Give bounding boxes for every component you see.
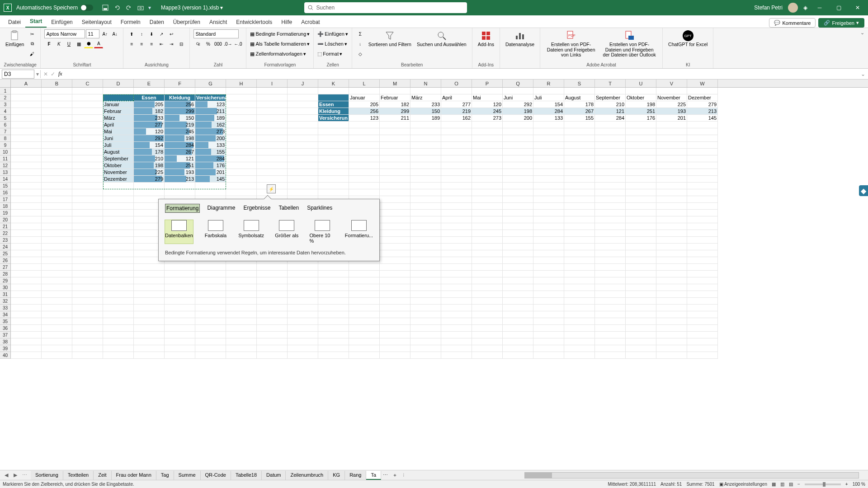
row-header[interactable]: 20	[0, 216, 11, 223]
cell[interactable]	[503, 298, 533, 305]
cell[interactable]	[288, 305, 318, 311]
cell[interactable]	[42, 149, 72, 155]
cell[interactable]	[687, 203, 718, 210]
cell[interactable]	[441, 237, 472, 244]
cell[interactable]	[380, 284, 410, 291]
cell[interactable]	[134, 352, 165, 359]
cell[interactable]	[318, 318, 349, 325]
cell[interactable]	[380, 230, 410, 237]
cell[interactable]	[349, 291, 380, 298]
cell[interactable]	[11, 101, 42, 108]
cell[interactable]: Juni	[103, 135, 134, 142]
row-header[interactable]: 25	[0, 250, 11, 257]
cell[interactable]	[226, 101, 257, 108]
cell[interactable]	[165, 338, 195, 345]
tab-acrobat[interactable]: Acrobat	[297, 17, 324, 28]
cell[interactable]	[533, 128, 564, 135]
cell[interactable]	[380, 210, 410, 216]
cell[interactable]	[226, 332, 257, 338]
diamond-icon[interactable]: ◈	[803, 5, 807, 11]
cell[interactable]	[288, 122, 318, 128]
row-header[interactable]: 37	[0, 332, 11, 338]
cell[interactable]	[288, 332, 318, 338]
qa-tab-ergebnisse[interactable]: Ergebnisse	[242, 204, 271, 213]
cell[interactable]	[533, 237, 564, 244]
cell[interactable]	[472, 155, 503, 162]
cell[interactable]	[503, 135, 533, 142]
cell[interactable]	[687, 149, 718, 155]
qa-opt-farbskala[interactable]: Farbskala	[203, 220, 228, 244]
cell[interactable]	[472, 284, 503, 291]
cell[interactable]	[533, 298, 564, 305]
cell[interactable]	[42, 101, 72, 108]
cell[interactable]	[564, 237, 595, 244]
column-header[interactable]: W	[687, 80, 718, 87]
cell[interactable]	[11, 332, 42, 338]
cell[interactable]	[533, 277, 564, 284]
cell[interactable]	[410, 149, 441, 155]
cell[interactable]	[687, 135, 718, 142]
cell[interactable]	[226, 122, 257, 128]
cell[interactable]	[441, 250, 472, 257]
cell[interactable]	[503, 203, 533, 210]
cell[interactable]	[564, 271, 595, 277]
cell[interactable]	[103, 257, 134, 264]
cell[interactable]	[533, 244, 564, 250]
cell[interactable]	[134, 88, 165, 94]
cell[interactable]	[656, 183, 687, 189]
cell[interactable]	[226, 291, 257, 298]
cell[interactable]	[11, 128, 42, 135]
cell[interactable]: 121	[165, 155, 195, 162]
cell[interactable]	[533, 155, 564, 162]
cell[interactable]	[626, 183, 656, 189]
cell[interactable]	[472, 169, 503, 176]
cell[interactable]: 299	[165, 108, 195, 115]
save-icon[interactable]	[100, 3, 110, 13]
cell[interactable]	[564, 230, 595, 237]
cell[interactable]	[472, 257, 503, 264]
cell[interactable]	[72, 149, 103, 155]
cell[interactable]	[226, 271, 257, 277]
cell[interactable]	[72, 305, 103, 311]
sheet-tab[interactable]: Textteilen	[63, 471, 94, 480]
cell[interactable]: 256	[165, 101, 195, 108]
cell[interactable]	[72, 318, 103, 325]
cell[interactable]: August	[564, 94, 595, 101]
cell[interactable]: 189	[410, 115, 441, 122]
collapse-ribbon-icon[interactable]: ⌄	[857, 28, 868, 68]
cell[interactable]	[564, 155, 595, 162]
row-header[interactable]: 40	[0, 352, 11, 359]
cell[interactable]	[410, 122, 441, 128]
increase-indent-icon[interactable]: ⇥	[167, 39, 176, 48]
cell-styles-button[interactable]: ▦ Zellenformatvorlagen ▾	[250, 49, 310, 58]
document-name[interactable]: Mappe3 (version 1).xlsb ▾	[161, 5, 223, 11]
cell[interactable]	[472, 277, 503, 284]
cell[interactable]	[318, 352, 349, 359]
sheet-tab[interactable]: Sortierung	[31, 471, 63, 480]
cell[interactable]: November	[103, 169, 134, 176]
row-header[interactable]: 12	[0, 162, 11, 169]
cell[interactable]: Juli	[533, 94, 564, 101]
column-header[interactable]: C	[72, 80, 103, 87]
cell[interactable]	[533, 169, 564, 176]
cell[interactable]	[472, 352, 503, 359]
cell[interactable]	[257, 352, 288, 359]
cell[interactable]: 299	[380, 108, 410, 115]
cell[interactable]	[318, 149, 349, 155]
cell[interactable]	[349, 122, 380, 128]
cell[interactable]	[410, 244, 441, 250]
sheet-nav-more-icon[interactable]: ⋯	[21, 472, 28, 479]
cell[interactable]	[11, 277, 42, 284]
cell[interactable]	[42, 189, 72, 196]
cell[interactable]	[687, 352, 718, 359]
cell[interactable]	[687, 237, 718, 244]
number-format-combo[interactable]: Standard	[193, 29, 239, 38]
cell[interactable]	[134, 271, 165, 277]
cell[interactable]	[472, 122, 503, 128]
cell[interactable]	[441, 305, 472, 311]
cell[interactable]	[288, 291, 318, 298]
cell[interactable]	[564, 223, 595, 230]
sheet-tab[interactable]: KG	[328, 471, 345, 480]
cell[interactable]	[687, 338, 718, 345]
cell[interactable]	[103, 250, 134, 257]
